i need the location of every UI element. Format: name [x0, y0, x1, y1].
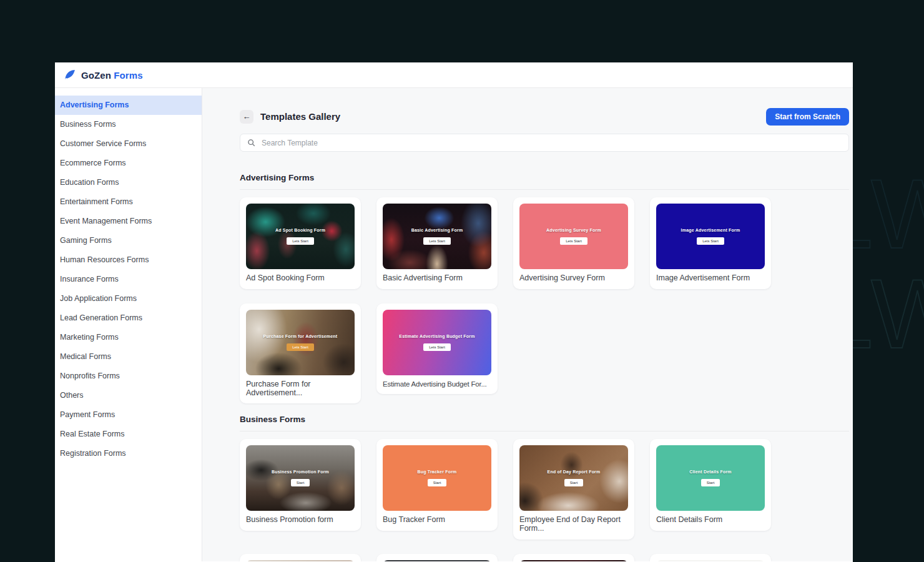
thumbnail-overlay-title: Ad Spot Booking Form	[275, 228, 325, 232]
sidebar-item-customer-service-forms[interactable]: Customer Service Forms	[55, 134, 202, 154]
feather-logo-icon	[64, 69, 76, 81]
app-body: Advertising FormsBusiness FormsCustomer …	[55, 88, 853, 561]
thumbnail-overlay-title: Client Details Form	[689, 470, 732, 474]
template-start-button[interactable]: Lets Start	[287, 343, 314, 351]
thumbnail-overlay-title: Purchase Form for Advertisement	[263, 334, 338, 338]
thumbnail-overlay-title: Advertising Survey Form	[546, 228, 601, 232]
template-card-image-advertisement-form[interactable]: Image Advertisement FormLets StartImage …	[650, 197, 771, 289]
sidebar-item-gaming-forms[interactable]: Gaming Forms	[55, 231, 202, 250]
sidebar-item-education-forms[interactable]: Education Forms	[55, 173, 202, 192]
gallery-header: ← Templates Gallery Start from Scratch	[240, 108, 849, 125]
template-card-business-promotion-form[interactable]: Business Promotion FormStartBusiness Pro…	[240, 439, 361, 531]
template-card-advertising-survey-form[interactable]: Advertising Survey FormLets StartAdverti…	[513, 197, 634, 289]
template-start-button[interactable]: Lets Start	[287, 237, 314, 245]
template-thumbnail: Purchase Form for AdvertisementLets Star…	[246, 310, 355, 375]
brand-name: GoZen Forms	[81, 70, 143, 81]
template-thumbnail: End of Day Report FormStart	[519, 445, 628, 511]
template-thumbnail: Basic Advertising FormLets Start	[383, 204, 491, 269]
template-start-button[interactable]: Lets Start	[423, 343, 451, 351]
back-button[interactable]: ←	[240, 110, 253, 124]
sidebar-item-others[interactable]: Others	[55, 386, 202, 405]
template-card-title: Estimate Advertising Budget For...	[383, 380, 491, 388]
section-divider	[240, 189, 849, 190]
sidebar-item-job-application-forms[interactable]: Job Application Forms	[55, 289, 202, 308]
search-input[interactable]	[260, 138, 842, 148]
template-card-title: Image Advertisement Form	[656, 274, 765, 283]
template-card-title: Employee End of Day Report Form...	[519, 516, 628, 533]
template-start-button[interactable]: Lets Start	[697, 237, 724, 245]
template-start-button[interactable]: Lets Start	[560, 237, 587, 245]
section-divider	[240, 431, 849, 431]
sidebar-item-event-management-forms[interactable]: Event Management Forms	[55, 212, 202, 231]
section-business-forms: Business FormsBusiness Promotion FormSta…	[240, 415, 849, 561]
section-title: Business Forms	[240, 415, 849, 424]
thumbnail-overlay-title: Estimate Advertising Budget Form	[399, 334, 474, 338]
main-inner: ← Templates Gallery Start from Scratch A…	[240, 108, 849, 561]
template-card-title: Advertising Survey Form	[519, 274, 628, 283]
template-card-title: Business Promotion form	[246, 516, 355, 525]
template-thumbnail	[246, 560, 355, 561]
template-card[interactable]	[240, 554, 361, 561]
thumbnail-overlay-title: Bug Tracker Form	[417, 470, 456, 474]
template-thumbnail: Ad Spot Booking FormLets Start	[246, 204, 355, 269]
template-card[interactable]	[650, 554, 771, 561]
template-card-title: Ad Spot Booking Form	[246, 274, 355, 283]
sidebar-item-business-forms[interactable]: Business Forms	[55, 115, 202, 134]
template-thumbnail: Bug Tracker FormStart	[383, 445, 491, 511]
sidebar-item-real-estate-forms[interactable]: Real Estate Forms	[55, 425, 202, 444]
template-thumbnail: Business Promotion FormStart	[246, 445, 355, 511]
template-thumbnail	[656, 560, 765, 561]
back-arrow-icon: ←	[243, 112, 251, 121]
thumbnail-overlay-title: Basic Advertising Form	[411, 228, 463, 232]
template-card-estimate-advertising-budget-for[interactable]: Estimate Advertising Budget FormLets Sta…	[376, 303, 498, 395]
template-thumbnail: Image Advertisement FormLets Start	[656, 204, 765, 269]
template-grid-partial	[240, 554, 849, 561]
sidebar-item-insurance-forms[interactable]: Insurance Forms	[55, 270, 202, 289]
sidebar-item-ecommerce-forms[interactable]: Ecommerce Forms	[55, 154, 202, 173]
template-card-title: Bug Tracker Form	[383, 516, 491, 525]
start-from-scratch-button[interactable]: Start from Scratch	[766, 108, 849, 126]
search-bar[interactable]	[240, 134, 849, 152]
sidebar-item-payment-forms[interactable]: Payment Forms	[55, 405, 202, 425]
sidebar-item-lead-generation-forms[interactable]: Lead Generation Forms	[55, 308, 202, 328]
section-title: Advertising Forms	[240, 173, 849, 182]
template-card[interactable]	[513, 554, 634, 561]
template-card-title: Basic Advertising Form	[383, 274, 491, 283]
template-card[interactable]	[376, 554, 498, 561]
sidebar: Advertising FormsBusiness FormsCustomer …	[55, 88, 202, 561]
template-card-bug-tracker-form[interactable]: Bug Tracker FormStartBug Tracker Form	[376, 439, 498, 531]
section-advertising-forms: Advertising FormsAd Spot Booking FormLet…	[240, 173, 849, 403]
sidebar-item-marketing-forms[interactable]: Marketing Forms	[55, 328, 202, 347]
template-card-title: Purchase Form for Advertisement...	[246, 380, 355, 398]
sidebar-item-human-resources-forms[interactable]: Human Resources Forms	[55, 250, 202, 270]
main-content: ← Templates Gallery Start from Scratch A…	[202, 88, 853, 561]
template-card-employee-end-of-day-report-form[interactable]: End of Day Report FormStartEmployee End …	[513, 439, 634, 540]
search-icon	[247, 139, 255, 147]
page-title: Templates Gallery	[260, 111, 766, 122]
template-card-client-details-form[interactable]: Client Details FormStartClient Details F…	[650, 439, 771, 531]
template-thumbnail	[383, 560, 491, 561]
template-start-button[interactable]: Start	[291, 479, 310, 486]
sidebar-item-medical-forms[interactable]: Medical Forms	[55, 347, 202, 367]
template-start-button[interactable]: Lets Start	[423, 237, 451, 245]
template-grid: Business Promotion FormStartBusiness Pro…	[240, 439, 849, 540]
thumbnail-overlay-title: End of Day Report Form	[548, 470, 601, 474]
template-start-button[interactable]: Start	[564, 479, 584, 486]
template-start-button[interactable]: Start	[428, 479, 447, 486]
app-window: GoZen Forms Advertising FormsBusiness Fo…	[55, 62, 853, 562]
template-grid: Ad Spot Booking FormLets StartAd Spot Bo…	[240, 197, 849, 403]
thumbnail-overlay-title: Business Promotion Form	[272, 470, 329, 474]
template-card-title: Client Details Form	[656, 516, 765, 525]
thumbnail-overlay-title: Image Advertisement Form	[681, 228, 740, 232]
template-card-purchase-form-for-advertisement[interactable]: Purchase Form for AdvertisementLets Star…	[240, 303, 361, 404]
template-card-ad-spot-booking-form[interactable]: Ad Spot Booking FormLets StartAd Spot Bo…	[240, 197, 361, 289]
app-logo: GoZen Forms	[64, 69, 143, 81]
template-start-button[interactable]: Start	[701, 479, 720, 486]
template-card-basic-advertising-form[interactable]: Basic Advertising FormLets StartBasic Ad…	[376, 197, 498, 289]
sidebar-item-advertising-forms[interactable]: Advertising Forms	[55, 96, 202, 115]
sidebar-item-nonprofits-forms[interactable]: Nonprofits Forms	[55, 367, 202, 386]
sidebar-item-entertainment-forms[interactable]: Entertainment Forms	[55, 192, 202, 212]
sections: Advertising FormsAd Spot Booking FormLet…	[240, 173, 849, 561]
template-thumbnail	[519, 560, 628, 561]
sidebar-item-registration-forms[interactable]: Registration Forms	[55, 444, 202, 463]
